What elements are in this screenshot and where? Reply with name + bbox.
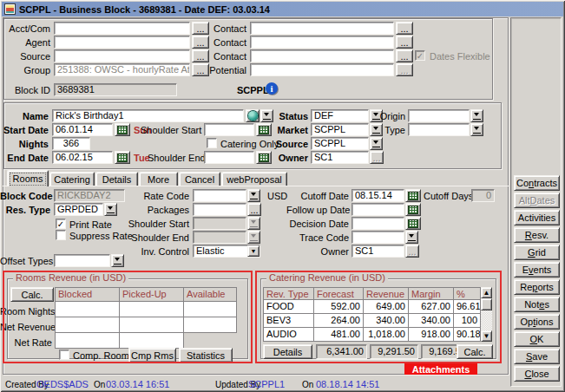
- sidebar-button-close[interactable]: Close: [514, 366, 560, 382]
- contact1-lov-button[interactable]: ...: [396, 22, 413, 35]
- decision-date-field[interactable]: [351, 217, 404, 230]
- end-date-field[interactable]: 06.02.15: [52, 151, 113, 164]
- comp-rooms-checkbox[interactable]: [59, 350, 69, 360]
- cat-row1-pct[interactable]: 96.61: [453, 299, 481, 314]
- cat-row3-revenue[interactable]: 1,018.00: [363, 327, 409, 342]
- cat-row2-type[interactable]: BEV3: [263, 313, 314, 328]
- acct-com-field[interactable]: [54, 22, 190, 35]
- origin-dropdown-button[interactable]: [470, 109, 483, 122]
- cat-row3-forecast[interactable]: 481.00: [313, 327, 364, 342]
- potential-field[interactable]: [250, 63, 394, 76]
- sidebar-button-resv[interactable]: Resv.: [514, 227, 560, 243]
- end-date-calendar-button[interactable]: [115, 151, 130, 164]
- info-icon[interactable]: i: [266, 82, 278, 95]
- inv-control-combo-arrow[interactable]: ▼: [247, 245, 260, 257]
- rooms-calc-button[interactable]: Calc.: [10, 287, 54, 302]
- follow-up-date-field[interactable]: [351, 203, 404, 216]
- packages-lov-button[interactable]: ...: [247, 203, 261, 216]
- sidebar-button-ok[interactable]: OK: [514, 331, 560, 347]
- sidebar-button-options[interactable]: Options: [514, 314, 560, 330]
- sidebar-button-events[interactable]: Events: [514, 262, 560, 278]
- agent-field[interactable]: [54, 36, 190, 49]
- attachments-badge[interactable]: Attachments: [404, 363, 477, 375]
- room-nights-blocked-cell[interactable]: [55, 301, 120, 317]
- trace-code-field[interactable]: [351, 231, 404, 244]
- details-button[interactable]: Details: [263, 344, 312, 359]
- cat-row3-margin[interactable]: 918.00: [408, 327, 454, 342]
- packages-field[interactable]: [193, 203, 246, 216]
- scrollbar-down-button[interactable]: ▼: [481, 330, 492, 342]
- cat-row2-forecast[interactable]: 264.00: [313, 313, 364, 328]
- source-dropdown-button[interactable]: [370, 137, 383, 150]
- shoulder-end-field[interactable]: [204, 151, 254, 164]
- follow-up-calendar-button[interactable]: [405, 203, 421, 216]
- res-type-field[interactable]: GRPDED: [54, 203, 103, 216]
- owner-field[interactable]: SC1: [311, 151, 369, 164]
- type-dropdown-button[interactable]: [470, 123, 483, 136]
- cmp-rms-button[interactable]: Cmp Rms: [128, 348, 176, 363]
- tab-catering[interactable]: Catering: [49, 172, 95, 186]
- tab-webproposal[interactable]: webProposal: [221, 172, 287, 186]
- tab-more[interactable]: More: [139, 172, 178, 186]
- source2-field[interactable]: SCPPL: [311, 137, 369, 150]
- cutoff-date-calendar-button[interactable]: [405, 189, 421, 202]
- cat-row1-forecast[interactable]: 592.00: [313, 299, 364, 314]
- group-field[interactable]: 251388: OWSC - hourlyRate Attribute: [54, 63, 190, 76]
- sidebar-button-reports[interactable]: Reports: [514, 279, 560, 295]
- cat-row1-margin[interactable]: 627.00: [408, 299, 454, 314]
- rate-code-dropdown-button[interactable]: [247, 189, 260, 202]
- sidebar-button-contracts[interactable]: Contracts: [514, 175, 560, 191]
- contact2-field[interactable]: [250, 36, 394, 49]
- sidebar-button-save[interactable]: Save: [514, 349, 560, 364]
- contact2-lov-button[interactable]: ...: [396, 36, 413, 49]
- tab-cancel[interactable]: Cancel: [179, 172, 220, 186]
- cat-row2-pct[interactable]: 100: [453, 313, 481, 328]
- name-field[interactable]: Rick's Birthday1: [52, 109, 244, 122]
- res-type-dropdown-button[interactable]: [104, 203, 117, 216]
- contact3-field[interactable]: [250, 49, 394, 62]
- type-field[interactable]: [408, 123, 470, 136]
- sidebar-button-grid[interactable]: Grid: [514, 245, 560, 260]
- net-rate-blocked-cell[interactable]: [55, 332, 120, 349]
- tab-details[interactable]: Details: [95, 172, 138, 186]
- status-field[interactable]: DEF: [311, 109, 369, 122]
- decision-calendar-button[interactable]: [405, 217, 421, 230]
- cat-row2-margin[interactable]: 340.00: [408, 313, 454, 328]
- trace-code-dropdown-button[interactable]: [405, 231, 418, 244]
- cat-row1-revenue[interactable]: 649.00: [363, 299, 409, 314]
- suppress-rate-checkbox[interactable]: [56, 230, 66, 240]
- shoulder-start-field[interactable]: [204, 123, 254, 136]
- net-revenue-blocked-cell[interactable]: [55, 317, 120, 333]
- language-globe-button[interactable]: [246, 109, 260, 122]
- tab-rooms[interactable]: Rooms: [7, 170, 49, 186]
- origin-field[interactable]: [408, 109, 470, 122]
- contact3-lov-button[interactable]: ...: [396, 49, 413, 62]
- rate-code-field[interactable]: [193, 189, 246, 202]
- room-nights-pickedup-cell: [119, 301, 184, 317]
- cat-row3-pct[interactable]: 90.18: [453, 327, 481, 342]
- print-rate-checkbox[interactable]: ✓: [56, 219, 66, 229]
- catering-calc-button[interactable]: Calc.: [457, 344, 493, 359]
- cat-row3-type[interactable]: AUDIO: [263, 327, 314, 342]
- sidebar-button-notes[interactable]: Notes: [514, 297, 560, 312]
- scrollbar-thumb[interactable]: [481, 298, 492, 310]
- end-date-label: End Date: [0, 153, 49, 164]
- market-field[interactable]: SCPPL: [311, 123, 369, 136]
- rt-owner-field[interactable]: SC1: [351, 245, 404, 258]
- statistics-button[interactable]: Statistics: [179, 348, 233, 363]
- start-date-calendar-button[interactable]: [115, 123, 130, 136]
- scrollbar-up-button[interactable]: ▲: [481, 287, 492, 298]
- source-field[interactable]: [54, 49, 190, 62]
- nights-field[interactable]: 366: [52, 137, 90, 150]
- start-date-field[interactable]: 06.01.14: [52, 123, 113, 136]
- offset-types-field[interactable]: [54, 254, 110, 267]
- calendar-icon: [117, 126, 128, 134]
- dates-flexible-checkbox[interactable]: ✓: [415, 50, 425, 61]
- cat-row2-revenue[interactable]: 340.00: [363, 313, 409, 328]
- catering-only-checkbox[interactable]: [207, 138, 217, 148]
- cat-row1-type[interactable]: FOOD: [263, 299, 314, 314]
- cutoff-date-field[interactable]: 08.15.14: [351, 189, 404, 202]
- sidebar-button-activities[interactable]: Activities: [514, 210, 560, 225]
- contact1-field[interactable]: [250, 22, 394, 35]
- rooms-col-blocked: Blocked: [55, 287, 120, 302]
